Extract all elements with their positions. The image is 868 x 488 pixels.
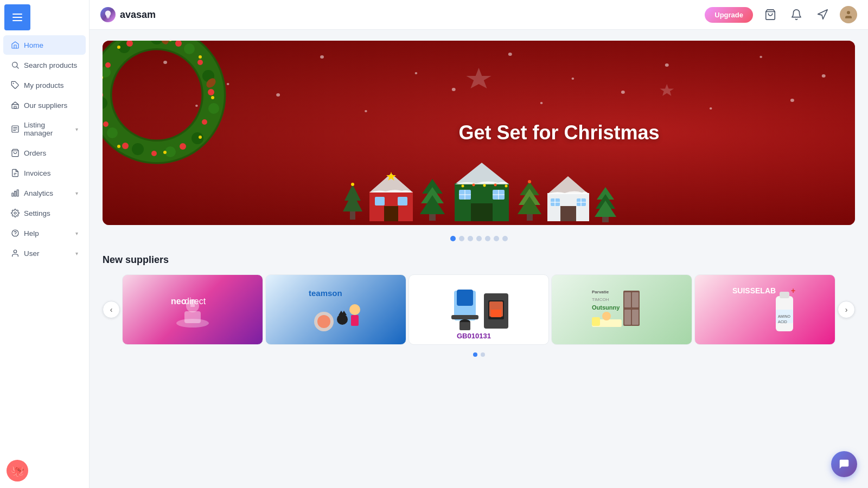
sidebar-item-search-products-label: Search products: [24, 61, 77, 69]
new-suppliers-section: New suppliers ‹ neo direct: [103, 254, 855, 357]
sidebar-item-my-products[interactable]: My products: [3, 75, 86, 95]
svg-point-78: [494, 184, 496, 187]
svg-point-33: [151, 151, 157, 156]
svg-point-43: [211, 96, 214, 99]
suppliers-dot-0[interactable]: [473, 352, 477, 357]
banner-dot-3[interactable]: [476, 236, 482, 241]
svg-rect-97: [602, 217, 609, 222]
svg-point-21: [192, 132, 203, 144]
suppliers-next-button[interactable]: ›: [838, 301, 855, 318]
svg-point-29: [197, 60, 203, 65]
sidebar-bottom: 🐙: [0, 453, 89, 488]
banner-dot-4[interactable]: [485, 236, 490, 241]
supplier-card-neodirect-content: neo direct: [123, 275, 263, 344]
banner-dot-5[interactable]: [494, 236, 499, 241]
shopping-bag-icon: [11, 149, 20, 157]
svg-text:GB010131: GB010131: [457, 332, 491, 339]
banner-dot-2[interactable]: [468, 236, 473, 241]
svg-point-10: [14, 212, 16, 214]
svg-rect-147: [624, 310, 631, 325]
sidebar-item-orders[interactable]: Orders: [3, 143, 86, 163]
suppliers-prev-button[interactable]: ‹: [103, 301, 120, 318]
sidebar-nav: Home Search products My products Our sup…: [0, 35, 89, 264]
sidebar-item-invoices[interactable]: Invoices: [3, 163, 86, 183]
sidebar-item-listing-manager[interactable]: Listing manager ▾: [3, 115, 86, 143]
svg-rect-145: [624, 292, 631, 307]
cart-button[interactable]: [762, 6, 779, 23]
banner-dots: [103, 236, 855, 241]
svg-rect-3: [14, 106, 16, 108]
svg-rect-139: [491, 310, 501, 317]
sidebar-item-our-suppliers[interactable]: Our suppliers: [3, 95, 86, 115]
help-icon: [11, 229, 20, 237]
supplier-card-teamson[interactable]: teamson: [265, 274, 406, 345]
octopus-icon[interactable]: 🐙: [7, 460, 28, 481]
suppliers-row: ‹ neo direct: [103, 274, 855, 345]
svg-marker-82: [518, 196, 541, 214]
svg-point-14: [847, 11, 850, 14]
svg-text:TIMCOH: TIMCOH: [592, 297, 609, 302]
svg-rect-53: [350, 211, 355, 220]
svg-rect-155: [780, 292, 789, 298]
svg-rect-65: [429, 214, 436, 221]
user-icon: [11, 249, 20, 258]
svg-point-22: [165, 146, 176, 157]
bar-chart-icon: [11, 189, 20, 197]
logo-icon: [100, 7, 116, 22]
svg-point-129: [349, 304, 360, 315]
svg-point-30: [208, 89, 214, 95]
megaphone-button[interactable]: [814, 6, 831, 23]
sidebar-item-analytics[interactable]: Analytics ▾: [3, 183, 86, 203]
chevron-down-icon: ▾: [75, 190, 78, 196]
header-right: Upgrade: [705, 6, 857, 23]
svg-rect-9: [17, 190, 18, 196]
supplier-card-gb010131[interactable]: GB010131: [409, 274, 550, 345]
sidebar-item-home[interactable]: Home: [3, 35, 86, 55]
svg-point-35: [103, 121, 108, 127]
svg-marker-85: [547, 176, 589, 194]
banner-dot-6[interactable]: [502, 236, 508, 241]
svg-point-42: [199, 55, 202, 59]
svg-marker-66: [455, 163, 509, 184]
chat-button[interactable]: [831, 451, 857, 477]
sidebar-item-settings[interactable]: Settings: [3, 203, 86, 223]
sidebar-item-home-label: Home: [24, 41, 43, 49]
supplier-card-outsunny-content: Parvatie TIMCOH Outsunny: [552, 275, 692, 344]
hamburger-button[interactable]: [4, 4, 30, 30]
svg-point-31: [202, 119, 207, 125]
svg-rect-132: [457, 290, 473, 306]
suppliers-dot-1[interactable]: [481, 352, 485, 357]
svg-point-0: [12, 62, 17, 67]
banner-dot-1[interactable]: [459, 236, 464, 241]
svg-point-23: [132, 143, 144, 155]
bell-button[interactable]: [788, 6, 805, 23]
logo-text: avasam: [120, 9, 156, 21]
supplier-card-neodirect[interactable]: neo direct: [122, 274, 263, 345]
svg-rect-59: [398, 197, 407, 206]
svg-rect-8: [15, 191, 16, 196]
avatar-button[interactable]: [840, 6, 857, 23]
svg-rect-146: [632, 292, 639, 307]
wreath-decoration: [103, 41, 244, 184]
search-icon: [11, 61, 20, 69]
svg-rect-87: [560, 206, 576, 221]
list-icon: [11, 125, 20, 133]
upgrade-button[interactable]: Upgrade: [705, 7, 753, 23]
svg-point-24: [107, 127, 118, 138]
sidebar-item-user[interactable]: User ▾: [3, 243, 86, 263]
sidebar-item-help[interactable]: Help ▾: [3, 223, 86, 243]
sidebar-item-user-label: User: [24, 249, 40, 258]
hamburger-icon: [12, 14, 22, 21]
banner-dot-0[interactable]: [450, 236, 456, 241]
sidebar-item-search-products[interactable]: Search products: [3, 55, 86, 75]
supplier-card-suisselab[interactable]: SUISSELAB + AMINO ACID: [694, 274, 835, 345]
svg-point-11: [12, 230, 18, 236]
svg-point-49: [117, 46, 120, 49]
new-suppliers-title: New suppliers: [103, 254, 855, 266]
svg-text:SUISSELAB: SUISSELAB: [732, 286, 776, 295]
content-area: Get Set for Christmas: [90, 30, 868, 488]
supplier-card-outsunny[interactable]: Parvatie TIMCOH Outsunny: [551, 274, 692, 345]
svg-point-44: [199, 136, 202, 139]
sidebar-item-analytics-label: Analytics: [24, 189, 53, 197]
svg-rect-150: [592, 317, 600, 326]
